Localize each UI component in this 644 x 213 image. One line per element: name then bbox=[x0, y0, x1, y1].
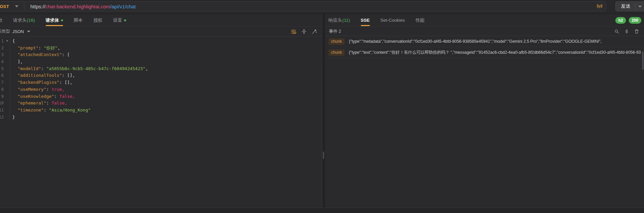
code-token: : bbox=[38, 45, 44, 50]
code-line-content: "useKnowledge": false, bbox=[10, 93, 75, 100]
response-panel: 响应头(11)SSESet-Cookies性能 h2 200 事件 2 bbox=[325, 14, 644, 208]
method-dropdown[interactable]: POST bbox=[0, 2, 24, 11]
editor-gutter: 7 bbox=[0, 79, 10, 86]
method-label: POST bbox=[0, 4, 9, 9]
code-token: : bbox=[41, 66, 46, 71]
http-version-badge: h2 bbox=[615, 17, 626, 24]
code-token: false, bbox=[59, 94, 75, 99]
code-token: : bbox=[54, 94, 59, 99]
code-token: "modelId" bbox=[18, 66, 41, 71]
scrollbar-thumb[interactable] bbox=[642, 51, 644, 70]
tab-label: 请求头 bbox=[13, 17, 27, 23]
editor-line[interactable]: 10 "ephemeral": false, bbox=[0, 100, 322, 107]
tab-label: Set-Cookies bbox=[381, 18, 405, 23]
request-tab-0[interactable]: 数 bbox=[0, 14, 3, 27]
request-body-editor[interactable]: 1▼{2 "prompt": "你好",3 "attachedContext":… bbox=[0, 36, 322, 208]
code-line-content: "prompt": "你好", bbox=[10, 45, 60, 52]
request-panel: 数请求头(16)请求体脚本授权设置 数据类型 JSON bbox=[0, 14, 322, 208]
response-tab-1[interactable]: SSE bbox=[361, 14, 370, 27]
send-button-label: 发送 bbox=[616, 3, 635, 9]
fold-arrow-icon[interactable]: ▼ bbox=[6, 38, 8, 45]
url-input[interactable]: https://chat-backend.highlightai.com/api… bbox=[30, 4, 597, 9]
bottom-status-strip bbox=[0, 208, 644, 213]
active-tab-underline bbox=[361, 25, 370, 26]
code-token: } bbox=[12, 115, 15, 120]
chevron-down-icon[interactable] bbox=[635, 4, 644, 8]
code-token: "prompt" bbox=[18, 45, 39, 50]
code-token: "attachedContext" bbox=[18, 52, 62, 57]
code-token: "Asia/Hong_Kong" bbox=[49, 108, 91, 113]
line-number: 7 bbox=[0, 79, 4, 86]
chunk-badge: chunk bbox=[329, 49, 345, 56]
active-tab-underline bbox=[46, 25, 63, 26]
events-count-label: 事件 2 bbox=[329, 28, 341, 34]
chevron-down-icon bbox=[27, 31, 30, 32]
word-wrap-icon[interactable] bbox=[291, 29, 296, 34]
editor-line[interactable]: 11 "timezone": "Asia/Hong_Kong" bbox=[0, 107, 322, 114]
editor-line[interactable]: 8 "useMemory": true, bbox=[0, 86, 322, 93]
code-token: "a5055b8c-9cb5-485c-b47c-f60494245423" bbox=[46, 66, 145, 71]
editor-toolbar-icons bbox=[291, 27, 317, 36]
request-tab-5[interactable]: 设置 bbox=[113, 14, 126, 27]
code-token: : bbox=[46, 87, 52, 92]
response-tab-0[interactable]: 响应头(11) bbox=[329, 14, 350, 27]
code-line-content: "backendPlugins": [], bbox=[10, 79, 72, 86]
request-tab-4[interactable]: 授权 bbox=[93, 14, 102, 27]
format-wand-icon[interactable] bbox=[311, 29, 317, 34]
chunk-badge: chunk bbox=[329, 38, 345, 45]
modified-dot bbox=[61, 19, 63, 21]
code-line-content: } bbox=[10, 114, 15, 121]
line-number: 11 bbox=[0, 107, 4, 114]
editor-line[interactable]: 9 "useKnowledge": false, bbox=[0, 93, 322, 100]
status-code-badge: 200 bbox=[629, 17, 641, 24]
editor-gutter: 9 bbox=[0, 93, 10, 100]
code-token bbox=[12, 80, 18, 85]
code-token: , bbox=[58, 45, 60, 50]
editor-line[interactable]: 6 "additionalTools": [], bbox=[0, 72, 322, 79]
line-number: 12 bbox=[0, 114, 4, 121]
editor-gutter: 6 bbox=[0, 72, 10, 79]
editor-line[interactable]: 5 "modelId": "a5055b8c-9cb5-485c-b47c-f6… bbox=[0, 65, 322, 72]
tab-label: 性能 bbox=[416, 17, 425, 23]
tab-label: 脚本 bbox=[74, 17, 83, 23]
editor-line[interactable]: 4 ], bbox=[0, 58, 322, 65]
code-line-content: "modelId": "a5055b8c-9cb5-485c-b47c-f604… bbox=[10, 65, 148, 72]
panel-splitter[interactable] bbox=[322, 14, 325, 208]
editor-gutter: 11 bbox=[0, 107, 10, 114]
request-tab-2[interactable]: 请求体 bbox=[46, 14, 63, 27]
sse-events-bar: 事件 2 bbox=[325, 27, 644, 36]
code-token: "ephemeral" bbox=[18, 100, 46, 105]
sse-chunk-row[interactable]: chunk{"type":"text","content":"你好！有什么可以帮… bbox=[325, 47, 644, 58]
editor-line[interactable]: 12} bbox=[0, 114, 322, 121]
request-tab-1[interactable]: 请求头(16) bbox=[13, 14, 35, 27]
code-line-content: "timezone": "Asia/Hong_Kong" bbox=[10, 107, 91, 114]
chevron-down-icon bbox=[15, 5, 18, 7]
sse-chunk-row[interactable]: chunk{"type":"metadata","conversationId"… bbox=[325, 36, 644, 47]
line-number: 3 bbox=[0, 51, 4, 58]
delete-icon[interactable] bbox=[634, 29, 639, 34]
line-number: 5 bbox=[0, 65, 4, 72]
editor-line[interactable]: 1▼{ bbox=[0, 38, 322, 45]
response-tab-3[interactable]: 性能 bbox=[416, 14, 425, 27]
code-token: "你好" bbox=[44, 45, 58, 50]
editor-gutter: 10 bbox=[0, 100, 10, 107]
expand-all-icon[interactable] bbox=[624, 29, 629, 34]
tab-label: 设置 bbox=[113, 17, 122, 23]
collapse-all-icon[interactable] bbox=[301, 29, 307, 34]
editor-line[interactable]: 3 "attachedContext": [ bbox=[0, 51, 322, 58]
search-icon[interactable] bbox=[614, 29, 619, 34]
splitter-drag-handle[interactable] bbox=[323, 152, 324, 159]
events-toolbar-icons bbox=[614, 27, 639, 36]
editor-line[interactable]: 7 "backendPlugins": [], bbox=[0, 79, 322, 86]
editor-gutter: 3 bbox=[0, 51, 10, 58]
code-line-content: "ephemeral": false, bbox=[10, 100, 67, 107]
code-token: : [ bbox=[62, 52, 70, 57]
response-tab-2[interactable]: Set-Cookies bbox=[381, 14, 405, 27]
body-type-select[interactable]: JSON bbox=[12, 29, 30, 34]
code-token bbox=[12, 94, 18, 99]
request-tab-3[interactable]: 脚本 bbox=[74, 14, 83, 27]
code-line-content: ], bbox=[10, 58, 23, 65]
line-number: 8 bbox=[0, 86, 4, 93]
send-button[interactable]: 发送 bbox=[615, 1, 644, 11]
editor-line[interactable]: 2 "prompt": "你好", bbox=[0, 45, 322, 52]
